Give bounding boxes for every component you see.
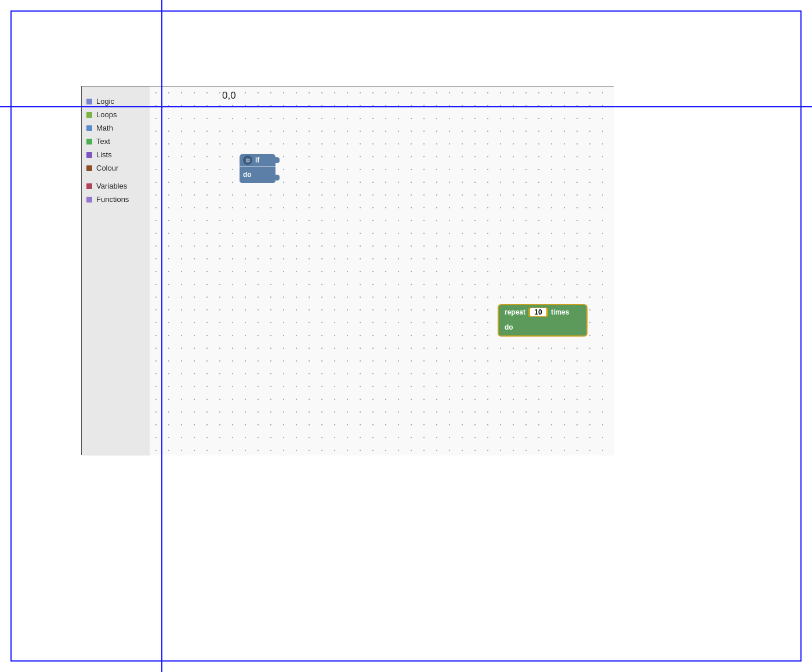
sidebar-item-colour[interactable]: Colour: [82, 161, 150, 175]
sidebar: Logic Loops Math Text Lists Colour Varia…: [82, 86, 150, 456]
sidebar-label-variables: Variables: [96, 182, 127, 190]
repeat-block[interactable]: repeat times do: [498, 304, 588, 337]
sidebar-label-math: Math: [96, 124, 113, 132]
repeat-block-top[interactable]: repeat times: [498, 304, 588, 319]
sidebar-separator: [82, 175, 150, 179]
math-color-dot: [86, 125, 92, 131]
coordinates-label: 0,0: [222, 90, 236, 102]
if-block-do[interactable]: do: [240, 167, 276, 183]
sidebar-item-functions[interactable]: Functions: [82, 193, 150, 206]
functions-color-dot: [86, 197, 92, 203]
sidebar-label-text: Text: [96, 137, 110, 146]
sidebar-item-variables[interactable]: Variables: [82, 179, 150, 193]
sidebar-label-logic: Logic: [96, 97, 114, 106]
repeat-block-do[interactable]: do: [498, 319, 588, 337]
colour-color-dot: [86, 165, 92, 171]
crosshair-vertical: [161, 0, 162, 672]
loops-color-dot: [86, 112, 92, 118]
text-color-dot: [86, 139, 92, 144]
repeat-do-label: do: [505, 323, 513, 331]
if-block[interactable]: if do: [240, 154, 276, 183]
sidebar-label-functions: Functions: [96, 195, 129, 204]
sidebar-item-loops[interactable]: Loops: [82, 108, 150, 121]
sidebar-item-math[interactable]: Math: [82, 121, 150, 135]
if-label: if: [255, 156, 259, 164]
sidebar-item-text[interactable]: Text: [82, 135, 150, 148]
sidebar-label-loops: Loops: [96, 110, 117, 119]
repeat-label: repeat: [505, 308, 525, 316]
repeat-count-input[interactable]: [530, 308, 546, 316]
if-do-label: do: [243, 171, 252, 179]
sidebar-item-lists[interactable]: Lists: [82, 148, 150, 161]
canvas-area[interactable]: 0,0 if do repeat times do: [150, 86, 614, 456]
logic-color-dot: [86, 99, 92, 104]
sidebar-label-colour: Colour: [96, 164, 118, 172]
sidebar-label-lists: Lists: [96, 150, 112, 159]
repeat-input-wrap: [528, 308, 548, 317]
lists-color-dot: [86, 152, 92, 158]
gear-icon[interactable]: [243, 156, 252, 165]
variables-color-dot: [86, 183, 92, 189]
crosshair-horizontal: [0, 106, 812, 107]
times-label: times: [551, 308, 569, 316]
if-block-header[interactable]: if: [240, 154, 276, 167]
